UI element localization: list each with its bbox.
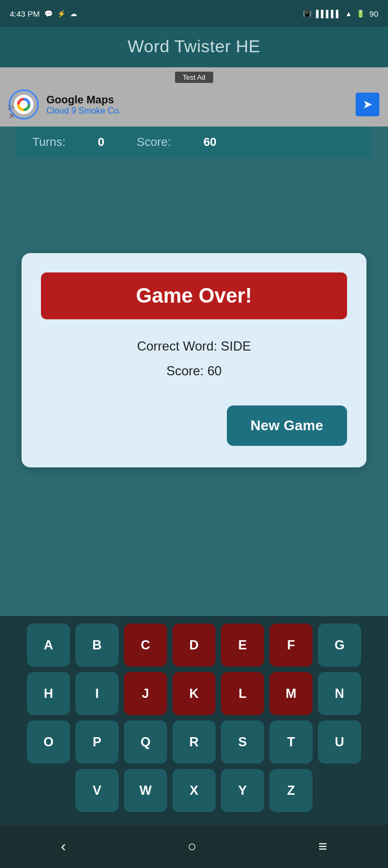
usb-icon: ⚡	[57, 10, 66, 18]
key-G[interactable]: G	[318, 624, 361, 667]
keyboard-area: A B C D E F G H I J K L M N O P Q R S T …	[0, 616, 388, 825]
ad-x-icon[interactable]: ✕	[9, 111, 15, 120]
svg-point-0	[14, 95, 33, 114]
signal-icon: ▌▌▌▌▌	[316, 10, 341, 18]
home-button[interactable]: ○	[188, 838, 197, 855]
key-M[interactable]: M	[269, 672, 313, 715]
turns-value: 0	[98, 135, 105, 149]
score-value: 60	[203, 135, 216, 149]
keyboard-row-2: H I J K L M N	[5, 672, 383, 715]
modal-score-text: Score: 60	[41, 363, 347, 379]
key-V[interactable]: V	[75, 769, 119, 812]
key-O[interactable]: O	[27, 720, 70, 764]
key-H[interactable]: H	[27, 672, 70, 715]
status-bar: 4:43 PM 💬 ⚡ ☁ 📳 ▌▌▌▌▌ ▲ 🔋 90	[0, 0, 388, 27]
key-J[interactable]: J	[124, 672, 167, 715]
nav-bar: ‹ ○ ≡	[0, 825, 388, 868]
wifi-icon: ▲	[345, 10, 352, 18]
menu-button[interactable]: ≡	[318, 838, 327, 855]
status-left: 4:43 PM 💬 ⚡ ☁	[10, 9, 77, 18]
ad-text-block: Google Maps Cloud 9 Smoke Co.	[46, 94, 121, 116]
back-button[interactable]: ‹	[61, 838, 66, 855]
key-Z[interactable]: Z	[269, 769, 313, 812]
app-title: Word Twister HE	[128, 37, 260, 56]
score-label: Score:	[137, 135, 171, 149]
key-N[interactable]: N	[318, 672, 361, 715]
modal-actions: New Game	[41, 405, 347, 446]
key-W[interactable]: W	[124, 769, 167, 812]
key-C[interactable]: C	[124, 624, 167, 667]
time-display: 4:43 PM	[10, 9, 40, 18]
game-over-modal: Game Over! Correct Word: SIDE Score: 60 …	[22, 253, 366, 467]
key-F[interactable]: F	[269, 624, 313, 667]
game-over-text: Game Over!	[136, 284, 252, 307]
keyboard-row-4: V W X Y Z	[5, 769, 383, 812]
ad-main-text: Google Maps	[46, 94, 121, 106]
key-S[interactable]: S	[221, 720, 264, 764]
status-right: 📳 ▌▌▌▌▌ ▲ 🔋 90	[303, 9, 378, 18]
cloud-icon: ☁	[70, 10, 77, 18]
ad-content: Google Maps Cloud 9 Smoke Co.	[9, 89, 121, 120]
ad-arrow-icon[interactable]: ➤	[356, 93, 379, 116]
key-U[interactable]: U	[318, 720, 361, 764]
key-I[interactable]: I	[75, 672, 119, 715]
ad-play-icon[interactable]: ▷	[9, 103, 15, 110]
ad-label: Test Ad	[175, 72, 213, 83]
key-R[interactable]: R	[172, 720, 216, 764]
keyboard-row-3: O P Q R S T U	[5, 720, 383, 764]
app-header: Word Twister HE	[0, 27, 388, 67]
key-L[interactable]: L	[221, 672, 264, 715]
battery-level: 90	[369, 9, 378, 18]
vibrate-icon: 📳	[303, 10, 311, 18]
correct-word-text: Correct Word: SIDE	[41, 339, 347, 354]
key-Q[interactable]: Q	[124, 720, 167, 764]
key-X[interactable]: X	[172, 769, 216, 812]
ad-banner[interactable]: Test Ad Google Maps Cloud 9 Smoke Co. ➤ …	[0, 67, 388, 127]
key-A[interactable]: A	[27, 624, 70, 667]
whatsapp-icon: 💬	[44, 10, 53, 18]
new-game-button[interactable]: New Game	[227, 405, 347, 446]
game-info-bar: Turns: 0 Score: 60	[16, 127, 372, 158]
key-P[interactable]: P	[75, 720, 119, 764]
key-B[interactable]: B	[75, 624, 119, 667]
ad-sub-text: Cloud 9 Smoke Co.	[46, 106, 121, 116]
key-E[interactable]: E	[221, 624, 264, 667]
battery-icon: 🔋	[356, 10, 365, 18]
keyboard-row-1: A B C D E F G	[5, 624, 383, 667]
key-D[interactable]: D	[172, 624, 216, 667]
key-Y[interactable]: Y	[221, 769, 264, 812]
key-T[interactable]: T	[269, 720, 313, 764]
turns-label: Turns:	[32, 135, 66, 149]
game-over-banner: Game Over!	[41, 272, 347, 319]
key-K[interactable]: K	[172, 672, 216, 715]
